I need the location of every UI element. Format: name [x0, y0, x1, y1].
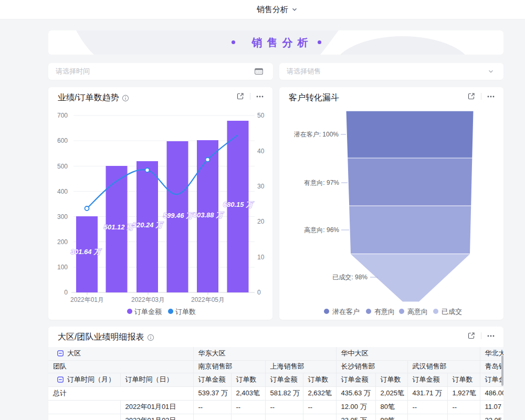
svg-text:599.46 万: 599.46 万: [163, 212, 194, 219]
svg-text:200: 200: [57, 238, 68, 246]
svg-text:订单金额: 订单金额: [134, 308, 162, 316]
svg-text:680.15 万: 680.15 万: [223, 201, 254, 208]
svg-text:20: 20: [257, 218, 265, 225]
svg-text:有意向: 有意向: [374, 308, 395, 316]
svg-text:0: 0: [64, 289, 68, 296]
svg-text:订单数: 订单数: [175, 308, 196, 316]
svg-text:500: 500: [57, 163, 68, 170]
svg-text:501.12 万: 501.12 万: [104, 223, 135, 231]
svg-text:30: 30: [257, 183, 265, 190]
svg-text:10: 10: [257, 254, 265, 261]
svg-text:700: 700: [57, 112, 68, 119]
svg-text:520.24 万: 520.24 万: [133, 221, 164, 229]
svg-text:603.88 万: 603.88 万: [193, 211, 224, 219]
svg-text:潜在客户: 100%: 潜在客户: 100%: [294, 131, 339, 138]
svg-text:高意向: 96%: 高意向: 96%: [304, 226, 339, 234]
svg-text:0: 0: [257, 289, 261, 296]
svg-text:2022年05月: 2022年05月: [191, 296, 225, 303]
svg-text:100: 100: [57, 264, 68, 271]
svg-text:有意向: 97%: 有意向: 97%: [303, 179, 339, 186]
svg-text:高意向: 高意向: [407, 308, 428, 316]
svg-text:600: 600: [57, 137, 68, 144]
svg-text:已成交: 已成交: [442, 308, 462, 316]
svg-text:400: 400: [57, 188, 68, 195]
svg-text:301.64 万: 301.64 万: [71, 248, 102, 256]
svg-text:300: 300: [57, 213, 68, 220]
svg-text:2022年03月: 2022年03月: [131, 296, 165, 303]
svg-text:潜在客户: 潜在客户: [332, 308, 360, 316]
svg-text:已成交: 98%: 已成交: 98%: [332, 274, 368, 281]
svg-text:50: 50: [257, 112, 265, 119]
svg-text:2022年01月: 2022年01月: [70, 296, 104, 303]
svg-text:40: 40: [257, 148, 265, 155]
